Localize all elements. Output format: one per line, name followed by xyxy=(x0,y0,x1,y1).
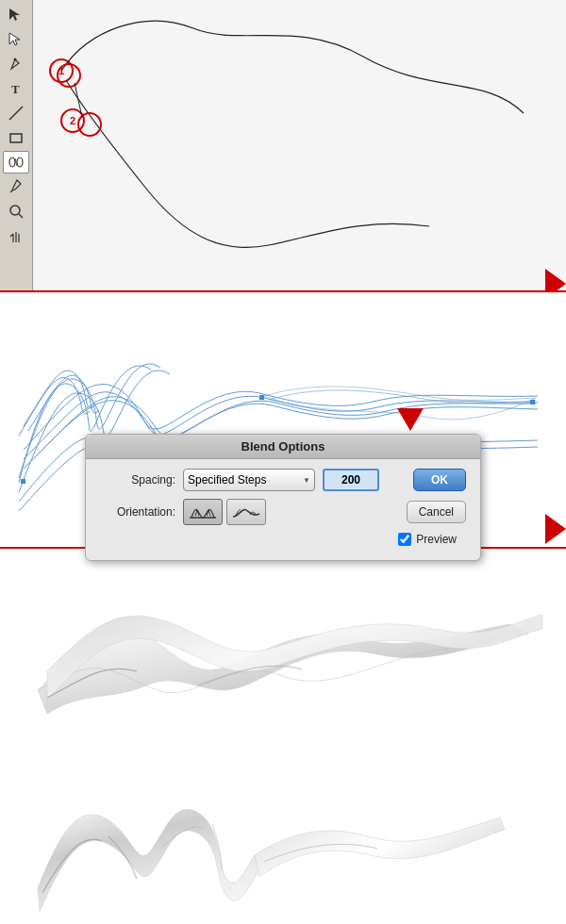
ribbon-1-svg xyxy=(19,577,547,723)
orientation-row: Orientation: xyxy=(100,499,466,525)
blend-options-dialog: Blend Options Spacing: Specified Steps S… xyxy=(85,434,481,561)
svg-line-14 xyxy=(75,83,82,117)
section-bottom xyxy=(0,549,566,924)
svg-marker-0 xyxy=(9,8,20,21)
svg-rect-17 xyxy=(530,400,535,404)
arrow-down-dialog xyxy=(397,408,424,431)
svg-point-6 xyxy=(9,157,15,167)
svg-marker-1 xyxy=(9,33,20,45)
svg-text:T: T xyxy=(11,82,20,96)
section-top: T 1 2 xyxy=(0,0,566,292)
preview-row: Preview xyxy=(100,533,466,546)
tool-blend[interactable] xyxy=(3,151,29,173)
cancel-button[interactable]: Cancel xyxy=(407,501,466,523)
svg-point-7 xyxy=(17,157,23,167)
orient-page-icon xyxy=(188,503,218,521)
cancel-wrapper: Cancel xyxy=(407,501,466,523)
svg-line-4 xyxy=(9,107,23,120)
orient-align-page[interactable] xyxy=(183,499,223,525)
svg-point-2 xyxy=(14,58,17,61)
svg-line-11 xyxy=(19,214,23,218)
canvas-top-svg xyxy=(33,0,566,292)
preview-checkbox[interactable] xyxy=(398,533,411,546)
ribbon-2-svg xyxy=(28,747,519,921)
svg-point-10 xyxy=(10,206,20,215)
steps-input[interactable] xyxy=(323,469,379,491)
orientation-label: Orientation: xyxy=(100,505,175,519)
orient-align-path[interactable] xyxy=(226,499,266,525)
tool-eyedropper[interactable] xyxy=(3,175,29,198)
svg-point-12 xyxy=(58,64,80,87)
tool-rect[interactable] xyxy=(3,126,29,149)
tool-hand[interactable] xyxy=(3,224,29,247)
svg-rect-5 xyxy=(10,134,22,142)
tool-line[interactable] xyxy=(3,102,29,124)
orientation-icons xyxy=(183,499,266,525)
dialog-title: Blend Options xyxy=(241,439,325,454)
ok-button[interactable]: OK xyxy=(413,469,466,491)
spacing-dropdown[interactable]: Specified Steps Specified Distance Smoot… xyxy=(183,469,315,491)
orient-path-icon xyxy=(231,503,261,521)
dialog-overlay: Blend Options Spacing: Specified Steps S… xyxy=(0,434,566,561)
toolbar: T xyxy=(0,0,33,292)
spacing-select-wrapper: Specified Steps Specified Distance Smoot… xyxy=(183,469,315,491)
preview-label: Preview xyxy=(416,533,457,546)
spacing-label: Spacing: xyxy=(100,473,175,487)
svg-rect-16 xyxy=(259,395,264,400)
dialog-title-bar: Blend Options xyxy=(86,435,480,459)
tool-zoom[interactable] xyxy=(3,200,29,223)
spacing-row: Spacing: Specified Steps Specified Dista… xyxy=(100,469,466,491)
svg-line-9 xyxy=(10,190,12,192)
tool-type[interactable]: T xyxy=(3,77,29,100)
tool-direct-select[interactable] xyxy=(3,28,29,51)
dialog-body: Spacing: Specified Steps Specified Dista… xyxy=(86,459,480,551)
tool-select[interactable] xyxy=(3,4,29,26)
arrow-right-1 xyxy=(545,269,566,292)
tool-pen[interactable] xyxy=(3,53,29,75)
